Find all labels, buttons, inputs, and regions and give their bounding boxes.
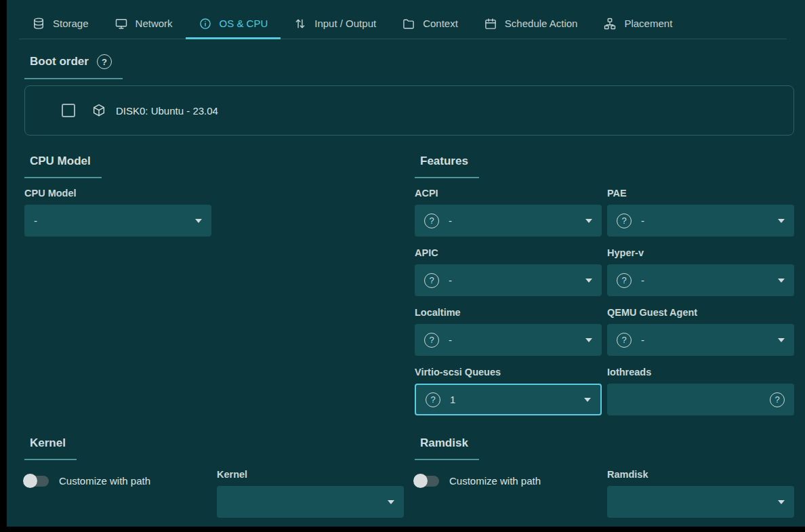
tab-placement[interactable]: Placement — [590, 8, 685, 39]
toggle-knob — [23, 474, 37, 488]
localtime-select[interactable]: ? - — [415, 324, 602, 356]
tab-label: Placement — [624, 18, 672, 29]
select-value: 1 — [450, 394, 455, 405]
qemu-guest-agent-field: QEMU Guest Agent ? - — [607, 307, 794, 356]
chevron-down-icon — [585, 219, 592, 223]
boot-item-label: DISK0: Ubuntu - 23.04 — [116, 105, 218, 117]
tab-label: Input / Output — [314, 18, 376, 29]
toggle-knob — [413, 474, 428, 488]
tab-label: Context — [423, 18, 458, 29]
pae-select[interactable]: ? - — [607, 205, 794, 237]
ramdisk-toggle-label: Customize with path — [449, 475, 541, 487]
acpi-select[interactable]: ? - — [415, 205, 602, 237]
ramdisk-section-title: Ramdisk — [415, 436, 479, 460]
database-icon — [32, 17, 45, 30]
help-icon[interactable]: ? — [617, 273, 632, 288]
acpi-field: ACPI ? - — [415, 188, 602, 237]
tab-schedule-action[interactable]: Schedule Action — [471, 8, 591, 39]
virtio-scsi-queues-select[interactable]: ? 1 — [415, 384, 602, 415]
help-icon[interactable]: ? — [617, 213, 632, 228]
tab-label: Storage — [53, 18, 89, 29]
apic-label: APIC — [415, 247, 602, 258]
chevron-down-icon — [778, 500, 785, 504]
hyper-v-field: Hyper-v ? - — [607, 247, 794, 296]
ramdisk-customize-toggle[interactable] — [415, 476, 439, 487]
features-grid: ACPI ? - PAE ? - APIC ? - Hyper-v ? - Lo — [415, 188, 794, 415]
virtio-scsi-queues-field: Virtio-scsi Queues ? 1 — [415, 367, 602, 415]
chevron-down-icon — [778, 279, 785, 283]
acpi-label: ACPI — [415, 188, 602, 199]
info-icon — [199, 17, 212, 30]
select-value: - — [641, 334, 644, 346]
chevron-down-icon — [585, 279, 592, 283]
chevron-down-icon — [778, 338, 785, 342]
tab-storage[interactable]: Storage — [19, 8, 102, 39]
help-icon[interactable]: ? — [770, 392, 785, 407]
help-icon[interactable]: ? — [424, 213, 439, 228]
select-value: - — [449, 215, 452, 226]
kernel-customize-toggle[interactable] — [24, 476, 49, 487]
cpu-model-select[interactable]: - — [24, 205, 211, 237]
qemu-guest-agent-label: QEMU Guest Agent — [607, 307, 794, 318]
select-value: - — [34, 215, 37, 226]
kernel-toggle-label: Customize with path — [59, 475, 150, 487]
iothreads-input[interactable]: ? — [607, 384, 794, 415]
window-edge-bottom — [0, 527, 805, 532]
kernel-section-title: Kernel — [24, 436, 77, 460]
chevron-down-icon — [388, 500, 394, 504]
chevron-down-icon — [584, 398, 591, 402]
help-icon[interactable]: ? — [426, 392, 440, 407]
chevron-down-icon — [778, 219, 785, 223]
tab-input-output[interactable]: Input / Output — [281, 8, 389, 39]
kernel-path-select[interactable] — [217, 486, 404, 518]
apic-select[interactable]: ? - — [415, 264, 602, 296]
hyper-v-label: Hyper-v — [607, 247, 794, 258]
chevron-down-icon — [585, 338, 592, 342]
tab-network[interactable]: Network — [102, 8, 186, 39]
help-icon[interactable]: ? — [617, 333, 632, 348]
folder-icon — [402, 17, 415, 30]
calendar-icon — [484, 17, 497, 30]
pae-field: PAE ? - — [607, 188, 794, 237]
iothreads-field: Iothreads ? — [607, 367, 794, 415]
cpu-model-section-title: CPU Model — [24, 155, 102, 178]
kernel-toggle-row: Customize with path — [24, 475, 150, 487]
boot-item-checkbox[interactable] — [62, 104, 75, 117]
tab-label: Schedule Action — [505, 18, 578, 29]
cpu-model-label: CPU Model — [24, 188, 211, 199]
iothreads-label: Iothreads — [607, 367, 794, 377]
tab-os-cpu[interactable]: OS & CPU — [186, 8, 281, 39]
arrows-up-down-icon — [293, 17, 307, 30]
boot-order-title: Boot order ? — [24, 54, 123, 79]
package-icon — [91, 103, 106, 118]
sitemap-icon — [603, 17, 617, 30]
chevron-down-icon — [195, 219, 202, 223]
tab-context[interactable]: Context — [389, 8, 471, 39]
tab-label: Network — [136, 18, 173, 29]
boot-order-list: DISK0: Ubuntu - 23.04 — [24, 85, 794, 136]
select-value: - — [641, 274, 644, 286]
cpu-model-field: CPU Model - — [24, 188, 211, 237]
kernel-path-label: Kernel — [217, 469, 404, 480]
window-edge-left — [0, 0, 7, 532]
config-tabbar: Storage Network OS & CPU Input / — [19, 8, 787, 39]
apic-field: APIC ? - — [415, 247, 602, 296]
hyper-v-select[interactable]: ? - — [607, 264, 794, 296]
select-value: - — [449, 274, 452, 286]
ramdisk-toggle-row: Customize with path — [415, 475, 541, 487]
monitor-icon — [115, 17, 128, 30]
virtio-scsi-queues-label: Virtio-scsi Queues — [415, 367, 602, 377]
ramdisk-path-field: Ramdisk — [607, 469, 794, 518]
localtime-field: Localtime ? - — [415, 307, 602, 356]
features-section-title: Features — [415, 155, 479, 178]
select-value: - — [449, 334, 452, 346]
tab-label: OS & CPU — [220, 18, 268, 29]
ramdisk-path-label: Ramdisk — [607, 469, 794, 480]
pae-label: PAE — [607, 188, 794, 199]
qemu-guest-agent-select[interactable]: ? - — [607, 324, 794, 356]
help-icon[interactable]: ? — [424, 273, 439, 288]
ramdisk-path-select[interactable] — [607, 486, 794, 518]
kernel-path-field: Kernel — [217, 469, 404, 518]
help-icon[interactable]: ? — [97, 54, 112, 69]
help-icon[interactable]: ? — [424, 333, 439, 348]
